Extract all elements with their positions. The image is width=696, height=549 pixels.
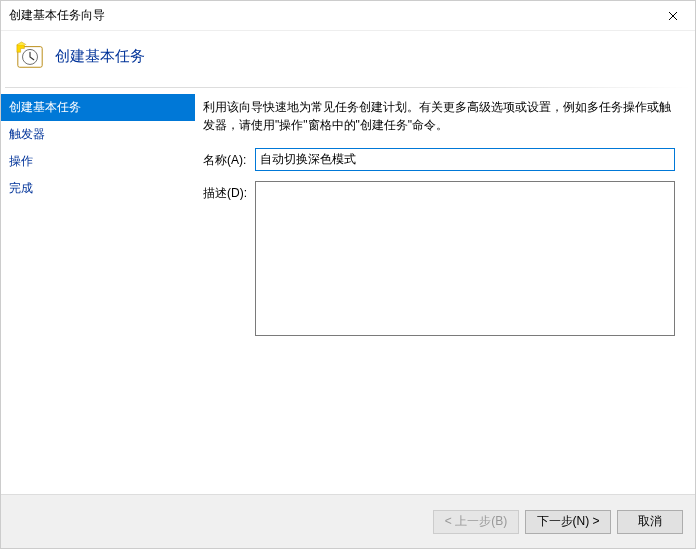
titlebar: 创建基本任务向导 — [1, 1, 695, 31]
description-field-row: 描述(D): — [203, 181, 675, 336]
next-button[interactable]: 下一步(N) > — [525, 510, 611, 534]
sidebar-item-label: 完成 — [9, 181, 33, 195]
sidebar-item-label: 操作 — [9, 154, 33, 168]
sidebar-item-action[interactable]: 操作 — [1, 148, 195, 175]
sidebar-item-label: 触发器 — [9, 127, 45, 141]
sidebar-item-basic-task[interactable]: 创建基本任务 — [1, 94, 195, 121]
window-title: 创建基本任务向导 — [9, 7, 105, 24]
sidebar-item-label: 创建基本任务 — [9, 100, 81, 114]
name-label: 名称(A): — [203, 148, 255, 169]
description-label: 描述(D): — [203, 181, 255, 202]
wizard-header: 创建基本任务 — [1, 31, 695, 87]
description-input[interactable] — [255, 181, 675, 336]
name-input[interactable] — [255, 148, 675, 171]
back-button: < 上一步(B) — [433, 510, 519, 534]
sidebar-item-trigger[interactable]: 触发器 — [1, 121, 195, 148]
task-clock-icon — [15, 41, 45, 71]
close-icon — [668, 8, 678, 24]
wizard-body: 创建基本任务 触发器 操作 完成 利用该向导快速地为常见任务创建计划。有关更多高… — [1, 88, 695, 489]
wizard-steps-sidebar: 创建基本任务 触发器 操作 完成 — [1, 88, 195, 489]
cancel-button[interactable]: 取消 — [617, 510, 683, 534]
close-button[interactable] — [650, 1, 695, 31]
sidebar-item-finish[interactable]: 完成 — [1, 175, 195, 202]
wizard-main: 利用该向导快速地为常见任务创建计划。有关更多高级选项或设置，例如多任务操作或触发… — [195, 88, 695, 489]
page-title: 创建基本任务 — [55, 47, 145, 66]
name-field-row: 名称(A): — [203, 148, 675, 171]
intro-text: 利用该向导快速地为常见任务创建计划。有关更多高级选项或设置，例如多任务操作或触发… — [203, 98, 675, 134]
wizard-footer: < 上一步(B) 下一步(N) > 取消 — [1, 494, 695, 548]
